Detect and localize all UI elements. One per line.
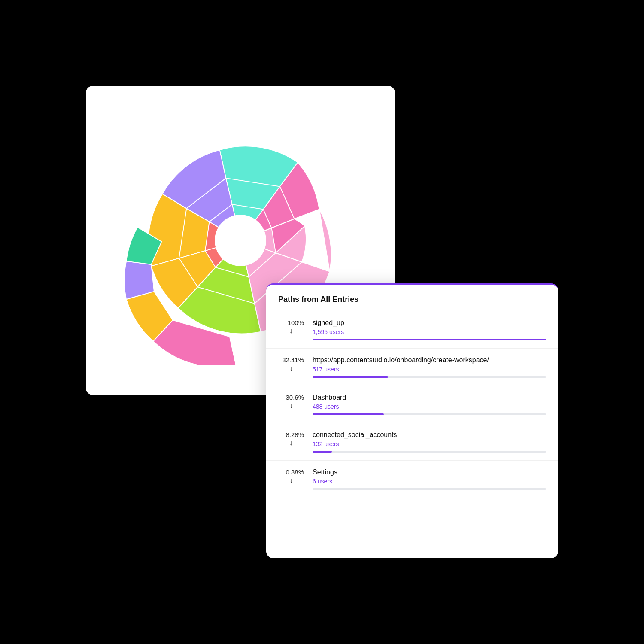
path-bar-fill-1 — [313, 376, 388, 378]
pct-value-3: 8.28% — [278, 431, 304, 438]
pct-arrow-3: ↓ — [278, 439, 304, 447]
path-item-0: 100% ↓ signed_up 1,595 users — [266, 311, 558, 349]
path-pct-1: 32.41% ↓ — [278, 356, 304, 372]
pct-value-2: 30.6% — [278, 394, 304, 401]
path-bar-bg-0 — [313, 339, 546, 340]
path-bar-fill-4 — [313, 488, 313, 490]
path-item-4: 0.38% ↓ Settings 6 users — [266, 461, 558, 498]
path-item-3: 8.28% ↓ connected_social_accounts 132 us… — [266, 423, 558, 461]
path-users-2: 488 users — [313, 403, 546, 410]
path-name-3: connected_social_accounts — [313, 431, 546, 439]
path-pct-2: 30.6% ↓ — [278, 394, 304, 410]
path-item-2: 30.6% ↓ Dashboard 488 users — [266, 386, 558, 423]
path-bar-fill-0 — [313, 339, 546, 340]
pct-arrow-4: ↓ — [278, 477, 304, 484]
path-details-2: Dashboard 488 users — [313, 394, 546, 415]
path-bar-fill-2 — [313, 413, 384, 415]
path-pct-0: 100% ↓ — [278, 319, 304, 335]
paths-title: Paths from All Entries — [278, 295, 358, 304]
path-bar-bg-2 — [313, 413, 546, 415]
path-details-4: Settings 6 users — [313, 468, 546, 490]
path-name-4: Settings — [313, 468, 546, 476]
path-item-1: 32.41% ↓ https://app.contentstudio.io/on… — [266, 349, 558, 386]
path-bar-fill-3 — [313, 451, 332, 453]
ring3-seg8 — [319, 210, 331, 272]
path-users-3: 132 users — [313, 440, 546, 447]
scene: 1 100% of users — [86, 86, 558, 558]
path-users-4: 6 users — [313, 478, 546, 485]
path-name-2: Dashboard — [313, 394, 546, 401]
pct-arrow-0: ↓ — [278, 327, 304, 335]
path-pct-3: 8.28% ↓ — [278, 431, 304, 447]
path-details-3: connected_social_accounts 132 users — [313, 431, 546, 453]
path-users-0: 1,595 users — [313, 328, 546, 335]
path-details-0: signed_up 1,595 users — [313, 319, 546, 340]
pct-value-4: 0.38% — [278, 468, 304, 476]
center-circle — [215, 215, 266, 266]
path-pct-4: 0.38% ↓ — [278, 468, 304, 484]
path-bar-bg-4 — [313, 488, 546, 490]
paths-list: 100% ↓ signed_up 1,595 users 32.41% ↓ — [266, 311, 558, 498]
path-bar-bg-3 — [313, 451, 546, 453]
path-users-1: 517 users — [313, 366, 546, 373]
pct-arrow-1: ↓ — [278, 365, 304, 372]
paths-header: Paths from All Entries — [266, 285, 558, 311]
path-name-0: signed_up — [313, 319, 546, 327]
path-name-1: https://app.contentstudio.io/onboarding/… — [313, 356, 546, 364]
pct-value-1: 32.41% — [278, 356, 304, 364]
paths-card: Paths from All Entries 100% ↓ signed_up … — [266, 283, 558, 558]
path-bar-bg-1 — [313, 376, 546, 378]
pct-arrow-2: ↓ — [278, 402, 304, 410]
path-details-1: https://app.contentstudio.io/onboarding/… — [313, 356, 546, 378]
pct-value-0: 100% — [278, 319, 304, 326]
